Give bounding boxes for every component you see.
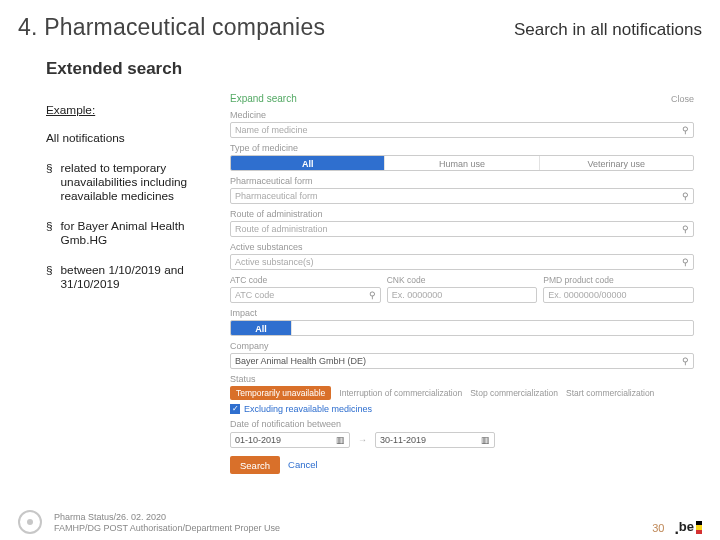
atc-label: ATC code <box>230 275 381 285</box>
route-input[interactable]: Route of administration ⚲ <box>230 221 694 237</box>
pmd-placeholder: Ex. 0000000/00000 <box>548 290 626 300</box>
impact-segmented[interactable]: All <box>230 320 694 336</box>
date-to-value: 30-11-2019 <box>380 435 426 445</box>
status-chip-selected[interactable]: Temporarily unavailable <box>230 386 331 400</box>
left-panel: Example: All notifications related to te… <box>18 93 230 474</box>
excluding-label: Excluding reavailable medicines <box>244 404 372 414</box>
checkbox-icon: ✓ <box>230 404 240 414</box>
impact-label: Impact <box>230 308 694 318</box>
route-label: Route of administration <box>230 209 694 219</box>
arrow-right-icon: → <box>358 435 367 445</box>
date-from-input[interactable]: 01-10-2019 ▥ <box>230 432 350 448</box>
search-icon: ⚲ <box>682 125 689 135</box>
search-icon: ⚲ <box>369 290 376 300</box>
impact-option-blank[interactable] <box>291 321 693 335</box>
be-logo: . be <box>674 519 702 534</box>
footer-line1: Pharma Status/26. 02. 2020 <box>54 512 652 523</box>
section-heading: Extended search <box>46 59 702 79</box>
famhp-logo-icon <box>18 510 42 534</box>
page-number: 30 <box>652 522 664 534</box>
search-icon: ⚲ <box>682 257 689 267</box>
type-option-human[interactable]: Human use <box>384 156 538 170</box>
company-value: Bayer Animal Health GmbH (DE) <box>235 356 366 366</box>
pharmform-placeholder: Pharmaceutical form <box>235 191 318 201</box>
bullet-3: between 1/10/2019 and 31/10/2019 <box>61 263 222 291</box>
pmd-input[interactable]: Ex. 0000000/00000 <box>543 287 694 303</box>
active-label: Active substances <box>230 242 694 252</box>
status-option[interactable]: Stop commercialization <box>470 388 558 398</box>
cancel-button[interactable]: Cancel <box>288 456 318 474</box>
medicine-input[interactable]: Name of medicine ⚲ <box>230 122 694 138</box>
type-label: Type of medicine <box>230 143 694 153</box>
date-from-value: 01-10-2019 <box>235 435 281 445</box>
status-options: Temporarily unavailable Interruption of … <box>230 386 694 400</box>
active-input[interactable]: Active substance(s) ⚲ <box>230 254 694 270</box>
status-option[interactable]: Interruption of commercialization <box>339 388 462 398</box>
bullet-2: for Bayer Animal Health Gmb.HG <box>61 219 222 247</box>
type-option-vet[interactable]: Veterinary use <box>539 156 693 170</box>
footer-text: Pharma Status/26. 02. 2020 FAMHP/DG POST… <box>54 512 652 535</box>
expand-search-link[interactable]: Expand search <box>230 93 297 104</box>
pharmform-label: Pharmaceutical form <box>230 176 694 186</box>
search-icon: ⚲ <box>682 224 689 234</box>
list-item: between 1/10/2019 and 31/10/2019 <box>46 263 222 291</box>
calendar-icon: ▥ <box>481 435 490 445</box>
close-link[interactable]: Close <box>671 94 694 104</box>
search-icon: ⚲ <box>682 356 689 366</box>
belgium-flag-icon <box>696 521 702 534</box>
medicine-placeholder: Name of medicine <box>235 125 308 135</box>
atc-input[interactable]: ATC code ⚲ <box>230 287 381 303</box>
type-option-all[interactable]: All <box>231 156 384 170</box>
excluding-checkbox[interactable]: ✓ Excluding reavailable medicines <box>230 404 694 414</box>
status-option[interactable]: Start commercialization <box>566 388 654 398</box>
atc-placeholder: ATC code <box>235 290 274 300</box>
daterange-label: Date of notification between <box>230 419 694 429</box>
footer-line2: FAMHP/DG POST Authorisation/Department P… <box>54 523 652 534</box>
page-subtitle: Search in all notifications <box>514 20 702 40</box>
pharmform-input[interactable]: Pharmaceutical form ⚲ <box>230 188 694 204</box>
all-notifications-text: All notifications <box>46 131 222 145</box>
impact-option-all[interactable]: All <box>231 321 291 335</box>
be-text: be <box>679 519 694 534</box>
bullet-1: related to temporary unavailabilities in… <box>61 161 222 203</box>
search-form-screenshot: Expand search Close Medicine Name of med… <box>230 93 702 474</box>
cnk-input[interactable]: Ex. 0000000 <box>387 287 538 303</box>
active-placeholder: Active substance(s) <box>235 257 314 267</box>
route-placeholder: Route of administration <box>235 224 328 234</box>
search-icon: ⚲ <box>682 191 689 201</box>
date-to-input[interactable]: 30-11-2019 ▥ <box>375 432 495 448</box>
cnk-placeholder: Ex. 0000000 <box>392 290 443 300</box>
pmd-label: PMD product code <box>543 275 694 285</box>
company-input[interactable]: Bayer Animal Health GmbH (DE) ⚲ <box>230 353 694 369</box>
list-item: for Bayer Animal Health Gmb.HG <box>46 219 222 247</box>
type-segmented[interactable]: All Human use Veterinary use <box>230 155 694 171</box>
search-button[interactable]: Search <box>230 456 280 474</box>
company-label: Company <box>230 341 694 351</box>
list-item: related to temporary unavailabilities in… <box>46 161 222 203</box>
example-label: Example: <box>46 103 222 117</box>
status-label: Status <box>230 374 694 384</box>
calendar-icon: ▥ <box>336 435 345 445</box>
cnk-label: CNK code <box>387 275 538 285</box>
medicine-label: Medicine <box>230 110 694 120</box>
page-title: 4. Pharmaceutical companies <box>18 14 325 41</box>
